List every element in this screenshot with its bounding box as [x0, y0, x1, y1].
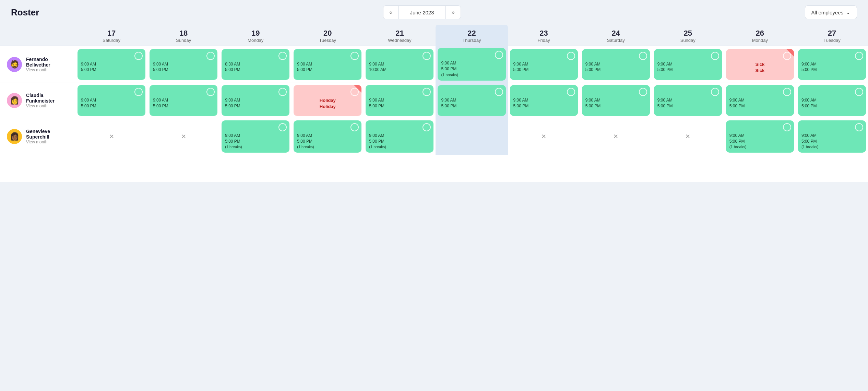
shift-circle [855, 88, 863, 96]
shift-claudia-27[interactable]: 9:00 AM5:00 PM [796, 83, 868, 118]
view-month-claudia[interactable]: View month [26, 104, 69, 108]
col-header-19: 19 Monday [219, 25, 292, 46]
shift-genevieve-25[interactable]: ✕ [652, 118, 724, 155]
avatar-genevieve: 👩🏾 [7, 129, 22, 144]
shift-claudia-25[interactable]: 9:00 AM5:00 PM [652, 83, 724, 118]
col-header-24: 24 Saturday [580, 25, 652, 46]
nav-controls: « June 2023 » [383, 5, 461, 19]
filter-label: All employees [811, 10, 843, 15]
no-shift-icon: ✕ [181, 133, 186, 140]
no-shift-icon: ✕ [685, 133, 690, 140]
shift-claudia-22[interactable]: 9:00 AM5:00 PM [436, 83, 508, 118]
shift-circle [134, 52, 143, 60]
shift-claudia-23[interactable]: 9:00 AM5:00 PM [508, 83, 580, 118]
shift-genevieve-19[interactable]: 9:00 AM5:00 PM(1 breaks) [219, 118, 292, 155]
shift-claudia-20[interactable]: Holiday Holiday [292, 83, 364, 118]
shift-circle [495, 88, 503, 96]
no-shift-icon: ✕ [109, 133, 114, 140]
shift-circle [783, 88, 791, 96]
next-next-button[interactable]: » [445, 6, 461, 19]
col-header-23: 23 Friday [508, 25, 580, 46]
roster-grid: 17 Saturday 18 Sunday 19 Monday 20 Tuesd… [0, 25, 868, 182]
view-month-fernando[interactable]: View month [26, 68, 69, 72]
header: Roster « June 2023 » All employees ⌄ [0, 0, 868, 25]
shift-circle [711, 88, 719, 96]
shift-genevieve-18[interactable]: ✕ [147, 118, 219, 155]
shift-genevieve-20[interactable]: 9:00 AM5:00 PM(1 breaks) [292, 118, 364, 155]
employee-name-fernando: Fernando Bellwether [26, 57, 69, 68]
shift-genevieve-22[interactable] [436, 118, 508, 155]
shift-circle [567, 52, 575, 60]
shift-circle [350, 123, 359, 131]
shift-fernando-27[interactable]: 9:00 AM5:00 PM [796, 46, 868, 82]
shift-circle [206, 52, 215, 60]
shift-fernando-19[interactable]: 8:30 AM5:00 PM [219, 46, 292, 82]
app-container: Roster « June 2023 » All employees ⌄ 17 … [0, 0, 868, 391]
shift-circle [783, 123, 791, 131]
col-header-22: 22 Thursday [436, 25, 508, 46]
shift-circle [423, 88, 431, 96]
empty-row [0, 155, 868, 182]
employee-name-claudia: Claudia Funkmeister [26, 93, 69, 104]
shift-claudia-21[interactable]: 9:00 AM5:00 PM [364, 83, 436, 118]
shift-genevieve-26[interactable]: 9:00 AM5:00 PM(1 breaks) [724, 118, 796, 155]
shift-circle [134, 88, 143, 96]
employee-fernando: 🧔 Fernando Bellwether View month [0, 46, 75, 82]
employee-genevieve: 👩🏾 Genevieve Superchill View month [0, 118, 75, 155]
shift-circle [855, 123, 863, 131]
shift-circle [423, 52, 431, 60]
shift-circle [423, 123, 431, 131]
col-header-27: 27 Tuesday [796, 25, 868, 46]
shift-genevieve-27[interactable]: 9:00 AM5:00 PM(1 breaks) [796, 118, 868, 155]
shift-circle [567, 88, 575, 96]
prev-prev-button[interactable]: « [383, 6, 399, 19]
shift-genevieve-21[interactable]: 9:00 AM5:00 PM(1 breaks) [364, 118, 436, 155]
shift-fernando-24[interactable]: 9:00 AM5:00 PM [580, 46, 652, 82]
shift-circle [278, 88, 287, 96]
shift-fernando-22[interactable]: 9:00 AM5:00 PM(1 breaks) [436, 46, 508, 82]
employee-name-genevieve: Genevieve Superchill [26, 129, 69, 140]
shift-circle [350, 52, 359, 60]
shift-circle [783, 52, 791, 60]
col-header-20: 20 Tuesday [292, 25, 364, 46]
shift-fernando-26[interactable]: Sick Sick [724, 46, 796, 82]
col-header-18: 18 Sunday [147, 25, 219, 46]
employee-claudia: 👩 Claudia Funkmeister View month [0, 83, 75, 118]
current-month: June 2023 [399, 6, 445, 19]
shift-circle [639, 52, 647, 60]
shift-claudia-24[interactable]: 9:00 AM5:00 PM [580, 83, 652, 118]
shift-circle [711, 52, 719, 60]
shift-fernando-20[interactable]: 9:00 AM5:00 PM [292, 46, 364, 82]
col-header-21: 21 Wednesday [364, 25, 436, 46]
roster-content: 17 Saturday 18 Sunday 19 Monday 20 Tuesd… [0, 25, 868, 391]
shift-fernando-18[interactable]: 9:00 AM5:00 PM [147, 46, 219, 82]
shift-circle [495, 51, 503, 59]
shift-circle [350, 88, 359, 96]
shift-genevieve-17[interactable]: ✕ [75, 118, 147, 155]
shift-circle [855, 52, 863, 60]
shift-fernando-17[interactable]: 9:00 AM5:00 PM [75, 46, 147, 82]
chevron-down-icon: ⌄ [846, 9, 851, 15]
shift-genevieve-24[interactable]: ✕ [580, 118, 652, 155]
col-header-26: 26 Monday [724, 25, 796, 46]
col-header-empty [0, 25, 75, 46]
shift-circle [206, 88, 215, 96]
shift-fernando-23[interactable]: 9:00 AM5:00 PM [508, 46, 580, 82]
shift-claudia-18[interactable]: 9:00 AM5:00 PM [147, 83, 219, 118]
shift-fernando-21[interactable]: 9:00 AM10:00 AM [364, 46, 436, 82]
no-shift-icon: ✕ [541, 133, 546, 140]
shift-circle [639, 88, 647, 96]
page-title: Roster [11, 7, 39, 18]
shift-claudia-17[interactable]: 9:00 AM5:00 PM [75, 83, 147, 118]
shift-fernando-25[interactable]: 9:00 AM5:00 PM [652, 46, 724, 82]
avatar-fernando: 🧔 [7, 57, 22, 72]
shift-claudia-26[interactable]: 9:00 AM5:00 PM [724, 83, 796, 118]
col-header-25: 25 Sunday [652, 25, 724, 46]
view-month-genevieve[interactable]: View month [26, 140, 69, 144]
employee-filter[interactable]: All employees ⌄ [805, 5, 857, 19]
col-header-17: 17 Saturday [75, 25, 147, 46]
no-shift-icon: ✕ [613, 133, 618, 140]
shift-genevieve-23[interactable]: ✕ [508, 118, 580, 155]
shift-claudia-19[interactable]: 9:00 AM5:00 PM [219, 83, 292, 118]
shift-circle [278, 123, 287, 131]
